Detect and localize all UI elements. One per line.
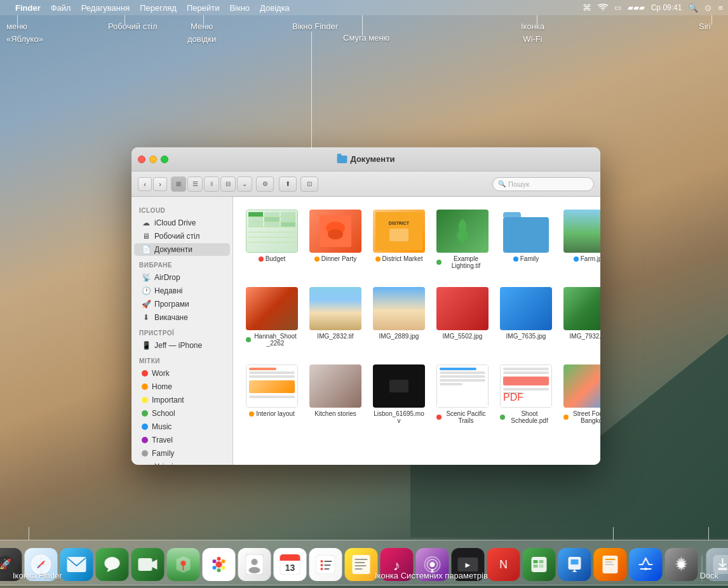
sidebar-item-tag-music[interactable]: Music bbox=[134, 420, 230, 433]
sidebar-item-airdrop[interactable]: 📡 AirDrop bbox=[134, 271, 230, 284]
search-bar[interactable]: 🔍 Пошук bbox=[492, 177, 594, 191]
maximize-button[interactable] bbox=[161, 156, 168, 163]
siri-icon[interactable]: ⊙ bbox=[704, 3, 711, 13]
dock-item-news[interactable]: N bbox=[487, 548, 520, 581]
dock-item-podcasts[interactable] bbox=[416, 548, 449, 581]
svg-marker-19 bbox=[152, 559, 158, 570]
file-label-img5502: IMG_5502.jpg bbox=[443, 333, 483, 340]
file-item-hannah-shoot[interactable]: Hannah_Shoot_2262 bbox=[243, 284, 300, 349]
sidebar-item-tag-home[interactable]: Home bbox=[134, 380, 230, 393]
file-item-img7932[interactable]: IMG_7932.jpg bbox=[561, 284, 600, 349]
action-button[interactable]: ⚙ bbox=[256, 177, 274, 192]
share-button[interactable]: ⬆ bbox=[279, 177, 297, 192]
wifi-icon[interactable]: ⌘ bbox=[583, 3, 591, 13]
file-item-kitchen-stories[interactable]: Kitchen stories bbox=[307, 362, 364, 427]
sidebar-item-downloads[interactable]: ⬇ Викачане bbox=[134, 311, 230, 324]
sidebar-item-iphone[interactable]: 📱 Jeff — iPhone bbox=[134, 339, 230, 352]
dock-item-appletv[interactable]: ▶ bbox=[452, 548, 485, 581]
help-menu[interactable]: Довідка bbox=[260, 3, 290, 13]
svg-point-24 bbox=[222, 566, 226, 570]
minimize-button[interactable] bbox=[149, 156, 157, 163]
sidebar-item-tag-important[interactable]: Important bbox=[134, 394, 230, 406]
battery-icon[interactable]: ▰▰▰ bbox=[628, 3, 645, 12]
dock-item-keynote[interactable] bbox=[558, 548, 591, 581]
svg-rect-33 bbox=[280, 558, 300, 561]
file-item-district-market[interactable]: DISTRICT District Market bbox=[370, 207, 428, 272]
dock-item-reminders[interactable] bbox=[309, 548, 342, 581]
dock-item-pages[interactable] bbox=[594, 548, 627, 581]
dock-item-maps[interactable] bbox=[167, 548, 200, 581]
svg-rect-64 bbox=[605, 559, 616, 560]
sidebar-item-applications[interactable]: 🚀 Програми bbox=[134, 298, 230, 311]
file-item-example-lighting[interactable]: Example Lighting.tif bbox=[434, 207, 491, 272]
dock-item-photos[interactable] bbox=[203, 548, 236, 581]
dock-item-contacts[interactable] bbox=[238, 548, 271, 581]
sidebar-item-tag-family[interactable]: Family bbox=[134, 447, 230, 460]
file-item-shoot-schedule[interactable]: PDF Shoot Schedule.pdf bbox=[497, 362, 555, 427]
back-button[interactable]: ‹ bbox=[138, 177, 152, 191]
control-center-icon[interactable]: ≡ bbox=[718, 3, 723, 13]
file-item-img5502[interactable]: IMG_5502.jpg bbox=[434, 284, 491, 349]
dock-item-system-preferences[interactable] bbox=[665, 548, 698, 581]
view-options-button[interactable]: ⌄ bbox=[237, 177, 252, 192]
file-item-img2889[interactable]: IMG_2889.jpg bbox=[370, 284, 428, 349]
wifi-icon[interactable] bbox=[598, 4, 608, 11]
cloud-icon: ☁ bbox=[142, 218, 151, 227]
travel-tag-dot bbox=[142, 437, 148, 443]
sidebar-item-tag-work[interactable]: Work bbox=[134, 367, 230, 380]
file-item-scenic-pacific[interactable]: Scenic Pacific Trails bbox=[434, 362, 491, 427]
dock-item-notes[interactable] bbox=[345, 548, 378, 581]
label-button[interactable]: ⊡ bbox=[300, 177, 318, 192]
view-menu[interactable]: Перегляд bbox=[140, 3, 177, 13]
list-view-button[interactable]: ☰ bbox=[187, 177, 203, 192]
traffic-lights bbox=[138, 156, 168, 163]
edit-menu[interactable]: Редагування bbox=[81, 3, 130, 13]
file-label-img2832: IMG_2832.tif bbox=[317, 333, 353, 340]
dock-item-launchpad[interactable]: 🚀 bbox=[0, 548, 22, 581]
sidebar-item-tag-school[interactable]: School bbox=[134, 407, 230, 420]
shoot-schedule-dot bbox=[500, 415, 505, 420]
dock-item-messages[interactable] bbox=[96, 548, 129, 581]
budget-dot bbox=[259, 257, 264, 262]
finder-menu[interactable]: Finder bbox=[15, 3, 41, 13]
file-item-interior-layout[interactable]: Interior layout bbox=[243, 362, 300, 427]
dock-item-downloads[interactable] bbox=[706, 548, 729, 581]
dock-item-appstore[interactable] bbox=[630, 548, 663, 581]
dock-item-numbers[interactable] bbox=[523, 548, 556, 581]
file-thumb-budget bbox=[246, 210, 298, 253]
icon-view-button[interactable]: ⊞ bbox=[171, 177, 186, 192]
gallery-view-button[interactable]: ⊟ bbox=[220, 177, 236, 192]
file-item-img2832[interactable]: IMG_2832.tif bbox=[307, 284, 364, 349]
window-menu[interactable]: Вікно bbox=[229, 3, 250, 13]
sidebar-item-desktop[interactable]: 🖥 Робочий стіл bbox=[134, 230, 230, 243]
sidebar-item-recents[interactable]: 🕐 Недавні bbox=[134, 284, 230, 297]
dock-item-mail[interactable] bbox=[60, 548, 93, 581]
school-tag-dot bbox=[142, 410, 148, 417]
file-item-lisbon[interactable]: Lisbon_61695.mov bbox=[370, 362, 428, 427]
go-menu[interactable]: Перейти bbox=[187, 3, 220, 13]
file-item-farm[interactable]: Farm.jpg bbox=[561, 207, 600, 272]
close-button[interactable] bbox=[138, 156, 145, 163]
file-item-family-folder[interactable]: Family bbox=[497, 207, 555, 272]
file-item-dinner-party[interactable]: Dinner Party bbox=[307, 207, 364, 272]
svg-rect-51 bbox=[431, 569, 434, 573]
file-item-img7635[interactable]: IMG_7635.jpg bbox=[497, 284, 555, 349]
finder-window: Документи ‹ › ⊞ ☰ ⫴ ⊟ ⌄ ⚙ ⬆ ⊡ 🔍 Пошук iC… bbox=[131, 147, 600, 465]
dock-item-music[interactable]: ♪ bbox=[381, 548, 414, 581]
dock-item-safari[interactable] bbox=[25, 548, 58, 581]
dock-item-facetime[interactable] bbox=[131, 548, 165, 581]
column-view-button[interactable]: ⫴ bbox=[204, 177, 219, 192]
file-item-street-food[interactable]: Street Food in Bangkok bbox=[561, 362, 600, 427]
dinner-party-dot bbox=[314, 257, 320, 262]
sidebar-item-all-tags[interactable]: ••• Усі мітки... bbox=[134, 460, 230, 465]
sidebar-item-tag-travel[interactable]: Travel bbox=[134, 434, 230, 446]
svg-point-38 bbox=[321, 564, 323, 566]
file-item-budget[interactable]: Budget bbox=[243, 207, 300, 272]
sidebar-item-documents[interactable]: 📄 Документи bbox=[134, 243, 230, 256]
screen-icon[interactable]: ▭ bbox=[614, 3, 621, 12]
file-menu[interactable]: Файл bbox=[51, 3, 71, 13]
dock-item-calendar[interactable]: 13 bbox=[274, 548, 307, 581]
forward-button[interactable]: › bbox=[153, 177, 167, 191]
sidebar-item-icloud-drive[interactable]: ☁ iCloud Drive bbox=[134, 217, 230, 229]
search-icon[interactable]: 🔍 bbox=[688, 3, 698, 13]
